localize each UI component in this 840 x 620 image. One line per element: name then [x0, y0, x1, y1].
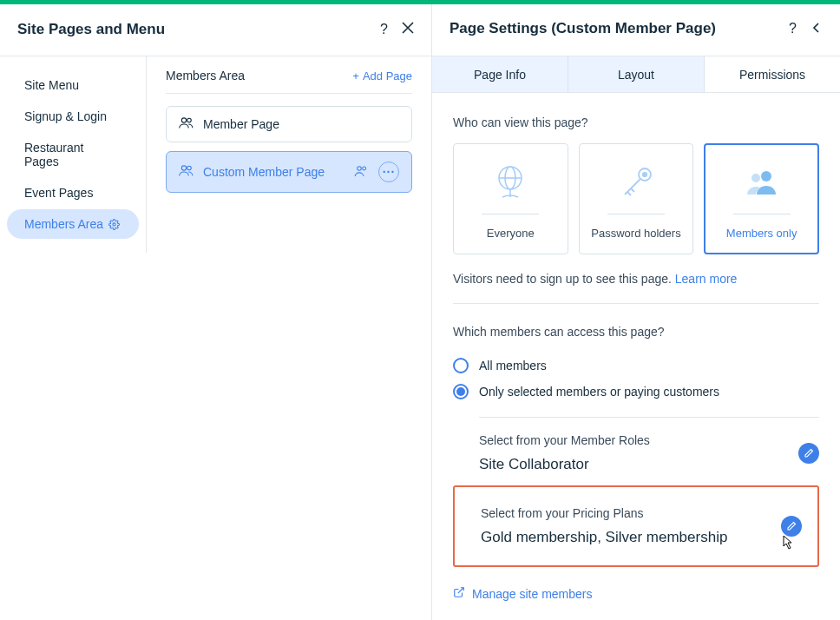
pricing-plans-label: Select from your Pricing Plans	[481, 506, 727, 520]
edit-plans-button[interactable]	[781, 516, 802, 537]
add-page-button[interactable]: + Add Page	[352, 69, 412, 82]
visibility-icon[interactable]	[354, 164, 370, 181]
view-option-label: Password holders	[591, 227, 680, 240]
tab-layout[interactable]: Layout	[568, 56, 705, 93]
tab-label: Permissions	[739, 68, 805, 82]
back-icon[interactable]	[810, 22, 823, 36]
svg-point-16	[761, 171, 771, 181]
svg-point-6	[363, 167, 366, 170]
right-panel-title: Page Settings (Custom Member Page)	[450, 20, 716, 37]
svg-point-12	[643, 173, 646, 176]
svg-point-5	[358, 166, 362, 170]
close-icon[interactable]	[402, 22, 414, 36]
tab-label: Layout	[618, 68, 654, 82]
members-icon	[179, 164, 194, 180]
sidebar-item-members-area[interactable]: Members Area	[7, 209, 139, 239]
sidebar-item-label: Site Menu	[24, 78, 79, 92]
page-settings-panel: Page Settings (Custom Member Page) ? Pag…	[432, 4, 840, 620]
tab-permissions[interactable]: Permissions	[705, 56, 840, 93]
member-roles-label: Select from your Member Roles	[479, 433, 650, 447]
sidebar-item-label: Signup & Login	[24, 109, 107, 123]
pricing-plans-highlighted-section: Select from your Pricing Plans Gold memb…	[453, 485, 819, 567]
key-icon	[616, 158, 656, 207]
svg-point-0	[113, 222, 115, 225]
svg-point-3	[181, 166, 186, 170]
svg-line-18	[458, 588, 463, 593]
left-panel-title: Site Pages and Menu	[17, 21, 165, 38]
external-link-icon	[453, 586, 465, 601]
gear-icon	[108, 219, 120, 230]
visitors-hint: Visitors need to sign up to see this pag…	[453, 272, 819, 304]
radio-all-members[interactable]: All members	[453, 353, 819, 379]
tab-label: Page Info	[474, 68, 526, 82]
page-item-label: Member Page	[203, 117, 279, 131]
svg-point-17	[751, 174, 760, 182]
view-option-label: Everyone	[487, 227, 535, 240]
sidebar-item-label: Event Pages	[24, 186, 93, 200]
pricing-plans-value: Gold membership, Silver membership	[481, 529, 727, 546]
hint-text: Visitors need to sign up to see this pag…	[453, 272, 675, 286]
radio-label: Only selected members or paying customer…	[479, 385, 719, 399]
radio-label: All members	[479, 359, 547, 373]
help-icon[interactable]: ?	[380, 23, 388, 36]
manage-link-label: Manage site members	[472, 587, 593, 601]
who-can-view-label: Who can view this page?	[453, 115, 819, 129]
svg-point-4	[187, 166, 192, 170]
site-menu-sidebar: Site Menu Signup & Login Restaurant Page…	[0, 56, 146, 253]
members-group-icon	[741, 158, 783, 207]
view-option-everyone[interactable]: Everyone	[453, 143, 568, 254]
add-page-label: Add Page	[363, 69, 412, 82]
page-item-member-page[interactable]: Member Page	[166, 106, 412, 142]
sidebar-item-signup-login[interactable]: Signup & Login	[7, 102, 139, 131]
sidebar-item-event-pages[interactable]: Event Pages	[7, 178, 139, 208]
radio-icon	[453, 358, 469, 373]
help-icon[interactable]: ?	[789, 22, 797, 36]
site-pages-panel: Site Pages and Menu ? Site Menu Signup &…	[0, 4, 432, 620]
page-item-custom-member-page[interactable]: Custom Member Page ···	[166, 151, 412, 193]
radio-icon	[453, 384, 469, 399]
globe-icon	[492, 158, 528, 207]
more-options-button[interactable]: ···	[378, 162, 399, 182]
learn-more-link[interactable]: Learn more	[675, 272, 738, 286]
svg-line-15	[631, 188, 634, 192]
pages-section-title: Members Area	[166, 69, 245, 82]
which-members-label: Which members can access this page?	[453, 325, 819, 339]
pages-column: Members Area + Add Page Member Page	[146, 56, 431, 253]
manage-site-members-link[interactable]: Manage site members	[453, 586, 819, 601]
view-option-members[interactable]: Members only	[704, 143, 819, 254]
sidebar-item-label: Restaurant Pages	[24, 141, 121, 168]
members-icon	[179, 116, 194, 132]
sidebar-item-label: Members Area	[24, 217, 103, 231]
member-roles-value: Site Collaborator	[479, 456, 650, 473]
plus-icon: +	[352, 69, 359, 82]
svg-point-1	[181, 118, 186, 122]
edit-roles-button[interactable]	[798, 443, 819, 464]
sidebar-item-site-menu[interactable]: Site Menu	[7, 70, 139, 100]
view-option-label: Members only	[726, 227, 797, 240]
svg-line-14	[627, 192, 631, 195]
page-item-label: Custom Member Page	[203, 165, 325, 179]
tab-page-info[interactable]: Page Info	[432, 56, 568, 93]
svg-point-2	[187, 118, 192, 122]
radio-selected-members[interactable]: Only selected members or paying customer…	[453, 379, 819, 405]
settings-tabs: Page Info Layout Permissions	[432, 56, 840, 94]
view-option-password[interactable]: Password holders	[579, 143, 694, 254]
sidebar-item-restaurant-pages[interactable]: Restaurant Pages	[7, 133, 139, 176]
